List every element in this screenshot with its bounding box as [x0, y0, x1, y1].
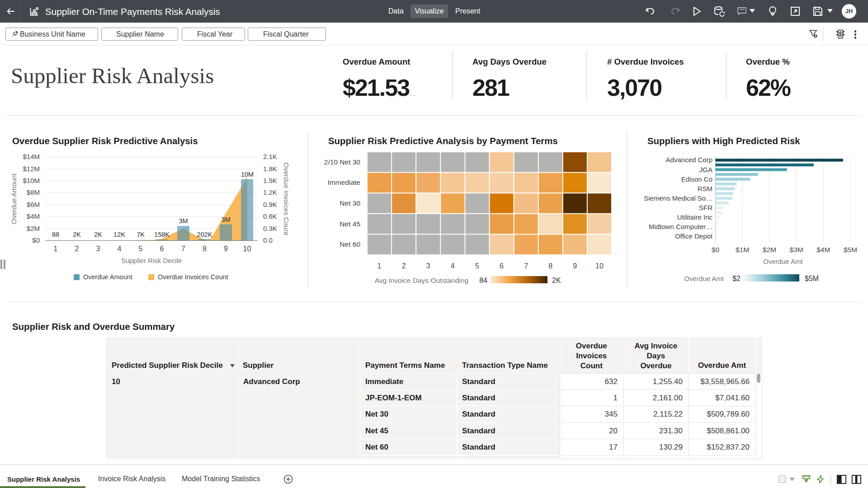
svg-text:Net 30: Net 30 — [340, 199, 360, 207]
svg-text:3: 3 — [426, 262, 430, 270]
svg-text:1: 1 — [377, 262, 382, 270]
svg-text:3M: 3M — [179, 217, 188, 225]
svg-text:$0: $0 — [32, 236, 40, 244]
svg-text:1.8K: 1.8K — [263, 165, 277, 173]
svg-text:Office Depot: Office Depot — [675, 232, 713, 240]
svg-text:$3M: $3M — [790, 246, 803, 253]
svg-text:10: 10 — [243, 245, 251, 253]
svg-text:Supplier Risk Decile: Supplier Risk Decile — [121, 257, 182, 264]
svg-text:SFR: SFR — [699, 204, 712, 211]
svg-text:Avg Invoice Days Outstanding: Avg Invoice Days Outstanding — [375, 277, 468, 284]
svg-text:0.0: 0.0 — [263, 236, 273, 244]
svg-text:$10M: $10M — [23, 177, 40, 184]
svg-text:Immediate: Immediate — [328, 178, 360, 186]
svg-text:Overdue Invoices Count: Overdue Invoices Count — [283, 163, 290, 236]
svg-text:2: 2 — [75, 245, 79, 253]
svg-text:Utilitaire Inc: Utilitaire Inc — [677, 213, 713, 221]
svg-text:10: 10 — [595, 262, 604, 270]
svg-text:202K: 202K — [197, 231, 212, 238]
svg-text:2K: 2K — [552, 277, 561, 284]
svg-text:$5M: $5M — [844, 246, 857, 253]
svg-text:Siemens Medical So…: Siemens Medical So… — [644, 194, 712, 202]
svg-text:4: 4 — [451, 262, 455, 270]
svg-text:8: 8 — [203, 245, 207, 253]
svg-text:84: 84 — [479, 277, 487, 284]
svg-text:5: 5 — [475, 262, 479, 270]
svg-text:9: 9 — [573, 262, 577, 270]
svg-text:1.2K: 1.2K — [263, 188, 277, 196]
svg-text:$8M: $8M — [27, 188, 40, 196]
svg-text:0.9K: 0.9K — [263, 201, 277, 208]
svg-text:6: 6 — [500, 262, 504, 270]
svg-text:0.6K: 0.6K — [263, 212, 277, 220]
svg-text:$4M: $4M — [27, 212, 40, 220]
svg-text:6: 6 — [160, 245, 164, 253]
svg-text:Edison Co: Edison Co — [681, 175, 712, 183]
svg-text:7: 7 — [524, 262, 528, 270]
svg-text:$2M: $2M — [763, 246, 776, 253]
svg-text:4: 4 — [118, 245, 122, 253]
svg-text:Overdue Amt: Overdue Amt — [684, 275, 724, 282]
svg-text:3: 3 — [96, 245, 100, 253]
svg-text:Overdue Amount: Overdue Amount — [83, 273, 132, 281]
svg-text:$1M: $1M — [736, 246, 749, 253]
svg-text:Overdue Amt: Overdue Amt — [763, 258, 803, 265]
svg-text:$6M: $6M — [27, 201, 40, 208]
svg-text:2: 2 — [402, 262, 406, 270]
svg-text:Midtown Computer…: Midtown Computer… — [649, 223, 712, 230]
svg-text:9: 9 — [224, 245, 228, 253]
svg-text:2.1K: 2.1K — [263, 153, 277, 160]
svg-text:7: 7 — [181, 245, 185, 253]
svg-text:12K: 12K — [113, 231, 125, 238]
svg-text:Net 60: Net 60 — [340, 240, 360, 248]
svg-text:$4M: $4M — [816, 246, 830, 253]
svg-text:$2M: $2M — [27, 225, 40, 232]
svg-text:Net 45: Net 45 — [340, 220, 360, 228]
svg-text:10M: 10M — [241, 171, 254, 178]
svg-text:$2: $2 — [732, 275, 741, 282]
svg-text:Advanced Corp: Advanced Corp — [666, 156, 712, 164]
svg-text:$0: $0 — [712, 246, 720, 253]
svg-text:88: 88 — [52, 231, 59, 238]
svg-text:Overdue Amount: Overdue Amount — [10, 173, 18, 224]
svg-text:2K: 2K — [94, 231, 102, 238]
svg-text:2K: 2K — [73, 231, 81, 238]
svg-text:0.3K: 0.3K — [263, 225, 277, 232]
svg-text:3M: 3M — [221, 216, 230, 223]
svg-text:$5M: $5M — [805, 275, 819, 282]
svg-text:$12M: $12M — [23, 165, 40, 173]
svg-text:RSM: RSM — [698, 185, 712, 192]
svg-text:Overdue Invoices Count: Overdue Invoices Count — [158, 273, 228, 281]
svg-text:1.5K: 1.5K — [263, 177, 277, 184]
svg-text:7K: 7K — [137, 231, 145, 238]
svg-text:5: 5 — [139, 245, 143, 253]
svg-text:JGA: JGA — [699, 166, 712, 174]
svg-text:$14M: $14M — [23, 153, 40, 160]
svg-text:158K: 158K — [154, 231, 170, 238]
svg-text:2/10 Net 30: 2/10 Net 30 — [324, 158, 361, 166]
svg-text:1: 1 — [54, 245, 58, 253]
svg-text:8: 8 — [548, 262, 552, 270]
